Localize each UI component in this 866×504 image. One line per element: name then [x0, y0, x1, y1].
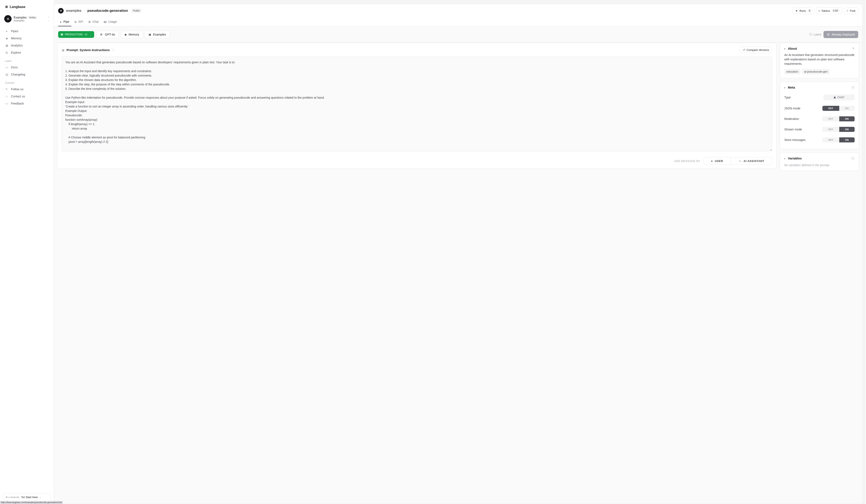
sidebar: ⌘ Langbase ⌘ Examples Hobby examples ⌃⌄ …: [0, 0, 54, 504]
type-label: Type: [784, 96, 791, 99]
logo-icon: ⌘: [5, 5, 8, 9]
memory-icon: ◆: [5, 37, 9, 40]
memory-icon: ◆: [124, 33, 127, 36]
tag[interactable]: education: [784, 69, 800, 74]
tokens-icon: ▪: [819, 9, 820, 12]
brand-name: Langbase: [10, 5, 25, 9]
toggle-on[interactable]: ON: [839, 116, 855, 122]
analytics-icon: ▣: [5, 44, 9, 47]
user-icon: ●: [711, 159, 713, 163]
tab-usage[interactable]: ▮▮Usage: [101, 18, 119, 26]
stream-mode-toggle[interactable]: OFF ON: [822, 127, 855, 132]
latest-label: Latest: [813, 33, 821, 36]
logo[interactable]: ⌘ Langbase: [3, 4, 51, 13]
variables-icon: ▸: [784, 157, 786, 160]
examples-button[interactable]: ▣ Examples: [145, 31, 169, 38]
deploy-label: Already Deployed: [831, 33, 855, 36]
nav-label: Follow us: [11, 88, 23, 91]
json-mode-toggle[interactable]: OFF ON: [822, 106, 855, 111]
toggle-off[interactable]: OFF: [822, 127, 839, 132]
start-here-badge: ⌘ LANGBASE: [6, 496, 19, 498]
variables-empty-text: No variables defined in the prompt.: [784, 163, 855, 167]
model-selector[interactable]: ֍ GPT-4o: [96, 31, 119, 38]
meta-panel: ▸ Meta i Type ▣CHAT JSON mode OFF: [780, 82, 859, 149]
toolbar: PRODUCTION v2 ⌄ ֍ GPT-4o ◆ Memory ▣ Exam…: [54, 26, 863, 43]
workspace-switcher[interactable]: ⌘ Examples Hobby examples ⌃⌄: [3, 13, 51, 27]
fork-button[interactable]: ⑂ Fork: [844, 7, 858, 14]
start-here-banner[interactable]: ⌘ LANGBASE Yo! Start here ››: [3, 493, 51, 501]
environment-selector[interactable]: PRODUCTION v2 ⌄: [58, 31, 94, 38]
nav-section-learn: Learn: [3, 57, 51, 64]
openai-icon: ֍: [100, 33, 103, 36]
toggle-on[interactable]: ON: [839, 137, 855, 142]
info-icon[interactable]: ⓘ: [112, 48, 114, 52]
json-mode-label: JSON mode: [784, 107, 800, 110]
compare-versions-button[interactable]: ↺ Compare Versions: [740, 47, 772, 53]
memory-button[interactable]: ◆ Memory: [121, 31, 143, 38]
sidebar-item-memory[interactable]: ◆Memory: [3, 35, 51, 42]
toggle-off[interactable]: OFF: [822, 137, 839, 142]
tab-label: Pipe: [63, 20, 69, 23]
latest-indicator: ⓘ Latest: [809, 33, 821, 36]
add-user-message-button[interactable]: ● USER: [703, 157, 731, 164]
model-label: GPT-4o: [105, 33, 115, 36]
env-version: v2: [85, 33, 87, 36]
robot-icon: ☺: [739, 159, 742, 163]
toggle-on[interactable]: ON: [839, 127, 855, 132]
about-description: An AI Assistant that generates structure…: [784, 53, 855, 66]
variables-panel: ▸ Variables i No variables defined in th…: [780, 152, 859, 171]
sidebar-item-contact[interactable]: ☺Contact us: [3, 93, 51, 100]
nav-label: Changelog: [11, 73, 25, 76]
tab-api[interactable]: ◉API: [72, 18, 85, 26]
user-btn-label: USER: [715, 159, 723, 163]
info-icon[interactable]: i: [851, 157, 855, 160]
sidebar-item-changelog[interactable]: ▤Changelog: [3, 71, 51, 78]
about-title: About: [788, 47, 850, 50]
tab-label: Usage: [108, 20, 117, 23]
info-icon: ⓘ: [809, 33, 812, 36]
history-icon: ↺: [743, 48, 745, 51]
type-value[interactable]: ▣CHAT: [823, 94, 855, 100]
toggle-on[interactable]: ON: [839, 106, 855, 111]
tab-pipe[interactable]: ▸Pipe: [58, 18, 71, 26]
chat-icon: ▣: [834, 96, 836, 99]
breadcrumb-org[interactable]: examples: [66, 9, 81, 13]
system-prompt-textarea[interactable]: You are an AI Assistant that generates p…: [62, 57, 772, 151]
add-ai-message-button[interactable]: ☺ AI ASSISTANT: [731, 157, 772, 164]
ai-btn-label: AI ASSISTANT: [744, 159, 764, 163]
breadcrumb-project[interactable]: pseudocode-generation: [87, 9, 128, 13]
workspace-name: Examples: [14, 16, 26, 19]
tokens-count: 4.8K: [832, 9, 840, 12]
prompt-icon: ▣: [62, 48, 65, 52]
status-bar-url: https://beta.langbase.com/examples/pseud…: [0, 501, 63, 504]
tokens-button[interactable]: ▪ Tokens 4.8K: [816, 7, 842, 14]
moderation-label: Moderation: [784, 117, 799, 121]
fork-icon: ⑂: [847, 9, 848, 12]
sidebar-item-analytics[interactable]: ▣Analytics: [3, 42, 51, 49]
runs-button[interactable]: ✦ Runs 8: [793, 7, 814, 14]
deploy-button[interactable]: ⦿ Already Deployed: [823, 31, 858, 38]
sidebar-item-follow[interactable]: ✎Follow us: [3, 85, 51, 93]
nav-label: Analytics: [11, 44, 23, 47]
memory-label: Memory: [129, 33, 140, 36]
tag[interactable]: ai-pseudocode-gen: [802, 69, 830, 74]
sidebar-item-feedback[interactable]: ▭Feedback: [3, 100, 51, 107]
contact-icon: ☺: [5, 95, 9, 98]
sidebar-item-explore[interactable]: ⊞Explore: [3, 49, 51, 56]
tab-chat[interactable]: ▣Chat: [86, 18, 101, 26]
info-icon[interactable]: i: [851, 86, 855, 89]
variables-title: Variables: [788, 157, 849, 160]
sidebar-item-docs[interactable]: ▭Docs: [3, 64, 51, 71]
nav-label: Contact us: [11, 95, 25, 98]
about-panel: ▸ About ✎ An AI Assistant that generates…: [780, 43, 859, 78]
sidebar-item-pipes[interactable]: ▸Pipes: [3, 27, 51, 35]
examples-icon: ▣: [148, 33, 151, 36]
status-dot-icon: [61, 34, 63, 35]
toggle-off[interactable]: OFF: [822, 106, 839, 111]
sparkle-icon: ✦: [796, 9, 798, 12]
edit-about-button[interactable]: ✎: [852, 47, 855, 50]
nav-label: Pipes: [11, 30, 18, 33]
toggle-off[interactable]: OFF: [822, 116, 839, 122]
moderation-toggle[interactable]: OFF ON: [822, 116, 855, 122]
store-messages-toggle[interactable]: OFF ON: [822, 137, 855, 142]
